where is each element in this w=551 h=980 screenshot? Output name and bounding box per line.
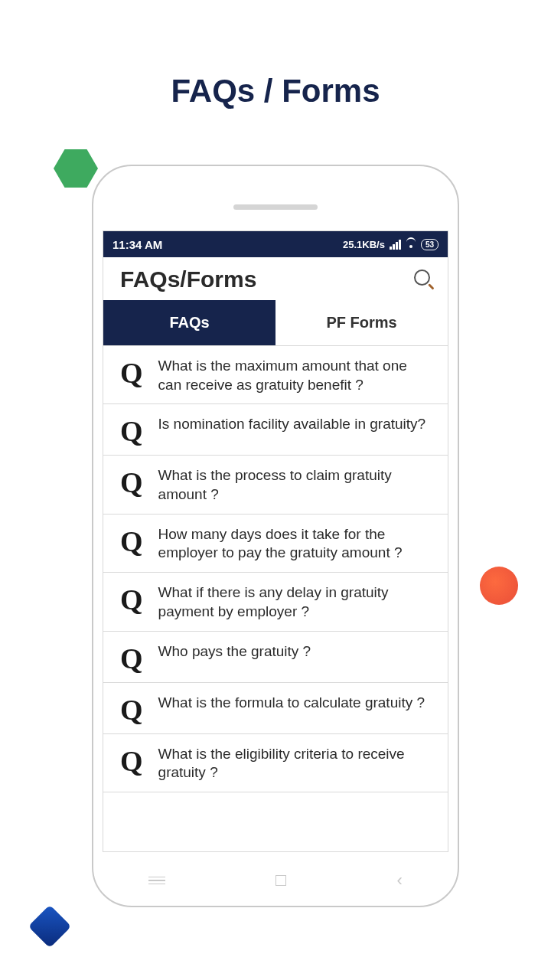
phone-frame: 11:34 AM 25.1KB/s 53 FAQs/Forms FAQs PF … [92, 165, 459, 907]
tab-faqs[interactable]: FAQs [103, 300, 276, 345]
status-bar: 11:34 AM 25.1KB/s 53 [103, 231, 448, 257]
tab-pf-forms[interactable]: PF Forms [276, 300, 448, 345]
nav-recent-icon[interactable] [148, 877, 165, 885]
faq-item[interactable]: Q What is the eligibility criteria to re… [103, 734, 448, 792]
q-icon: Q [120, 358, 143, 387]
wifi-icon [406, 240, 416, 248]
faq-item[interactable]: Q What is the maximum amount that one ca… [103, 346, 448, 404]
page-title: FAQs / Forms [0, 73, 551, 109]
faq-question-text: What is the process to claim gratuity am… [158, 465, 434, 504]
faq-question-text: What is the maximum amount that one can … [158, 355, 434, 394]
q-icon: Q [120, 644, 143, 673]
phone-screen: 11:34 AM 25.1KB/s 53 FAQs/Forms FAQs PF … [103, 230, 448, 852]
status-time: 11:34 AM [112, 238, 162, 251]
faq-item[interactable]: Q What is the formula to calculate gratu… [103, 683, 448, 734]
nav-back-icon[interactable]: ‹ [397, 871, 403, 890]
signal-icon [390, 240, 401, 250]
android-nav-bar: ‹ [93, 871, 458, 890]
q-icon: Q [120, 585, 143, 614]
q-icon: Q [120, 416, 143, 446]
faq-item[interactable]: Q What is the process to claim gratuity … [103, 456, 448, 514]
faq-item[interactable]: Q How many days does it take for the emp… [103, 514, 448, 573]
q-icon: Q [120, 746, 143, 776]
faq-question-text: What is the eligibility criteria to rece… [158, 743, 434, 782]
faq-item[interactable]: Q Who pays the gratuity ? [103, 632, 448, 683]
faq-item[interactable]: Q Is nomination facility available in gr… [103, 404, 448, 456]
status-speed: 25.1KB/s [343, 239, 385, 250]
faq-question-text: What is the formula to calculate gratuit… [158, 692, 425, 713]
q-icon: Q [120, 695, 143, 724]
q-icon: Q [120, 468, 143, 497]
decor-circle [480, 567, 518, 605]
header-title: FAQs/Forms [120, 266, 256, 292]
decor-diamond [28, 905, 72, 949]
nav-home-icon[interactable] [276, 875, 286, 886]
faq-question-text: Who pays the gratuity ? [158, 641, 311, 662]
app-header: FAQs/Forms [103, 257, 448, 300]
decor-hexagon [54, 149, 98, 188]
faq-item[interactable]: Q What if there is any delay in gratuity… [103, 573, 448, 631]
faq-question-text: How many days does it take for the emplo… [158, 524, 434, 563]
faq-question-text: What if there is any delay in gratuity p… [158, 582, 434, 621]
status-right: 25.1KB/s 53 [343, 239, 439, 250]
faq-list: Q What is the maximum amount that one ca… [103, 346, 448, 792]
battery-icon: 53 [421, 239, 439, 250]
tab-bar: FAQs PF Forms [103, 300, 448, 346]
phone-speaker [233, 204, 318, 210]
search-icon[interactable] [414, 270, 434, 289]
faq-question-text: Is nomination facility available in grat… [158, 413, 426, 434]
q-icon: Q [120, 527, 143, 556]
